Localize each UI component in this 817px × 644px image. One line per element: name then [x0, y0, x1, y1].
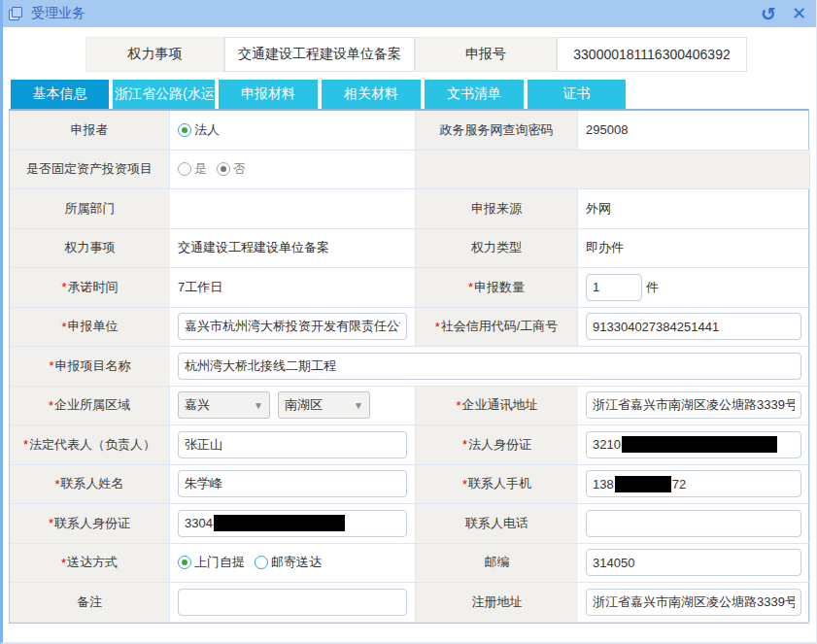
- radio-fixed-asset-no: 否: [217, 160, 246, 178]
- tab-bar: 基本信息 浙江省公路(水运 申报材料 相关材料 文书清单 证书: [11, 80, 816, 109]
- project-name-input[interactable]: [178, 353, 801, 380]
- close-icon[interactable]: ✕: [792, 5, 806, 22]
- cell-legal-rep: [170, 425, 416, 465]
- label-legal-rep: *法定代表人（负责人）: [10, 425, 170, 465]
- cell-postcode: [578, 544, 810, 584]
- label-quantity: *申报数量: [416, 268, 578, 308]
- postcode-input[interactable]: [586, 549, 801, 576]
- label-contact-name: *联系人姓名: [10, 465, 170, 505]
- label-declarant: 申报者: [10, 111, 170, 151]
- value-power-type: 即办件: [578, 229, 810, 269]
- cell-reg-address: [578, 583, 810, 623]
- cell-declarant: 法人: [170, 111, 416, 151]
- label-reg-address: 注册地址: [416, 583, 578, 623]
- radio-self-pickup[interactable]: 上门自提: [178, 554, 245, 571]
- cell-company: [170, 308, 416, 348]
- window-form-icon: [9, 7, 23, 21]
- declare-no-header-value: 330000181116300406392: [557, 37, 747, 72]
- cell-company-address: [578, 387, 810, 426]
- radio-legal-person[interactable]: 法人: [178, 121, 220, 139]
- region-city-select[interactable]: 嘉兴 ▼: [178, 391, 270, 419]
- window-title: 受理业务: [31, 5, 85, 22]
- label-department: 所属部门: [10, 189, 170, 229]
- label-source: 申报来源: [416, 189, 578, 229]
- declaration-header: 权力事项 交通建设工程建设单位备案 申报号 330000181116300406…: [85, 37, 816, 72]
- value-source: 外网: [578, 189, 810, 229]
- tab-document-list[interactable]: 文书清单: [425, 80, 524, 109]
- contact-phone-input[interactable]: [586, 510, 801, 537]
- cell-remark: [170, 583, 416, 623]
- label-contact-mobile: *联系人手机: [416, 465, 578, 505]
- contact-mobile-input[interactable]: 138 72: [586, 470, 801, 497]
- tab-basic-info[interactable]: 基本信息: [11, 80, 109, 109]
- cell-contact-name: [170, 465, 416, 505]
- quantity-unit: 件: [646, 279, 659, 296]
- radio-legal-person-icon: [178, 123, 191, 137]
- redaction-bar: [622, 436, 777, 453]
- tab-related-materials[interactable]: 相关材料: [322, 80, 421, 109]
- label-query-password: 政务服务网查询密码: [416, 111, 578, 151]
- power-item-header-value: 交通建设工程建设单位备案: [224, 37, 415, 72]
- radio-fixed-asset-no-icon: [217, 162, 230, 176]
- cell-empty-row2: [416, 151, 810, 190]
- cell-quantity: 件: [578, 268, 810, 308]
- redaction-bar: [615, 476, 671, 492]
- chevron-down-icon: ▼: [254, 400, 263, 411]
- value-department: [170, 189, 416, 229]
- radio-mail-delivery-icon: [255, 556, 268, 569]
- radio-fixed-asset-yes: 是: [178, 160, 207, 178]
- company-input[interactable]: [178, 313, 407, 340]
- label-remark: 备注: [10, 583, 170, 623]
- label-company-address: *企业通讯地址: [416, 387, 578, 426]
- radio-mail-delivery[interactable]: 邮寄送达: [255, 554, 322, 571]
- accept-business-window: 受理业务 ↺ ✕ 权力事项 交通建设工程建设单位备案 申报号 330000181…: [0, 0, 817, 644]
- region-district-select[interactable]: 南湖区 ▼: [278, 391, 370, 419]
- label-credit-code: *社会信用代码/工商号: [416, 308, 578, 348]
- label-power-type: 权力类型: [416, 229, 578, 269]
- tab-declare-materials[interactable]: 申报材料: [219, 80, 318, 109]
- contact-id-input[interactable]: 3304: [178, 510, 407, 537]
- basic-info-form: 申报者 法人 政务服务网查询密码 295008 是否固定资产投资项目 是 否 所…: [9, 109, 809, 624]
- label-contact-phone: 联系人电话: [416, 504, 578, 544]
- reg-address-input[interactable]: [586, 589, 801, 616]
- label-power-item: 权力事项: [10, 229, 170, 269]
- cell-contact-phone: [578, 504, 810, 544]
- company-address-input[interactable]: [586, 391, 801, 419]
- tab-zhejiang-highway[interactable]: 浙江省公路(水运: [113, 80, 215, 109]
- chevron-down-icon: ▼: [354, 400, 363, 411]
- cell-delivery: 上门自提 邮寄送达: [170, 544, 416, 584]
- cell-project-name: [170, 347, 810, 387]
- declare-no-header-label: 申报号: [415, 37, 557, 72]
- cell-credit-code: [578, 308, 810, 348]
- tab-certificate[interactable]: 证书: [528, 80, 626, 109]
- value-power-item: 交通建设工程建设单位备案: [170, 229, 416, 269]
- label-postcode: 邮编: [416, 544, 578, 584]
- legal-id-input[interactable]: 3210: [586, 431, 801, 458]
- label-contact-id: *联系人身份证: [10, 504, 170, 544]
- cell-region: 嘉兴 ▼ 南湖区 ▼: [170, 387, 416, 426]
- refresh-icon[interactable]: ↺: [761, 5, 776, 22]
- window-titlebar: 受理业务 ↺ ✕: [3, 0, 816, 27]
- cell-contact-id: 3304: [170, 504, 416, 544]
- cell-fixed-asset: 是 否: [170, 151, 416, 190]
- power-item-header-label: 权力事项: [85, 37, 224, 72]
- label-company: *申报单位: [10, 308, 170, 348]
- label-region: *企业所属区域: [10, 387, 170, 426]
- radio-self-pickup-icon: [178, 556, 191, 569]
- value-promise-time: 7工作日: [170, 268, 416, 308]
- value-query-password: 295008: [578, 111, 810, 151]
- contact-name-input[interactable]: [178, 470, 407, 497]
- remark-input[interactable]: [178, 589, 407, 616]
- label-promise-time: *承诺时间: [10, 268, 170, 308]
- quantity-input[interactable]: [586, 274, 642, 301]
- cell-contact-mobile: 138 72: [578, 465, 810, 505]
- label-delivery: *送达方式: [10, 544, 170, 584]
- legal-rep-input[interactable]: [178, 431, 407, 458]
- label-fixed-asset: 是否固定资产投资项目: [10, 151, 170, 190]
- label-legal-id: *法人身份证: [416, 425, 578, 465]
- redaction-bar: [214, 515, 345, 531]
- cell-legal-id: 3210: [578, 425, 810, 465]
- radio-fixed-asset-yes-icon: [178, 162, 191, 176]
- credit-code-input[interactable]: [586, 313, 801, 340]
- label-project-name: *申报项目名称: [10, 347, 170, 387]
